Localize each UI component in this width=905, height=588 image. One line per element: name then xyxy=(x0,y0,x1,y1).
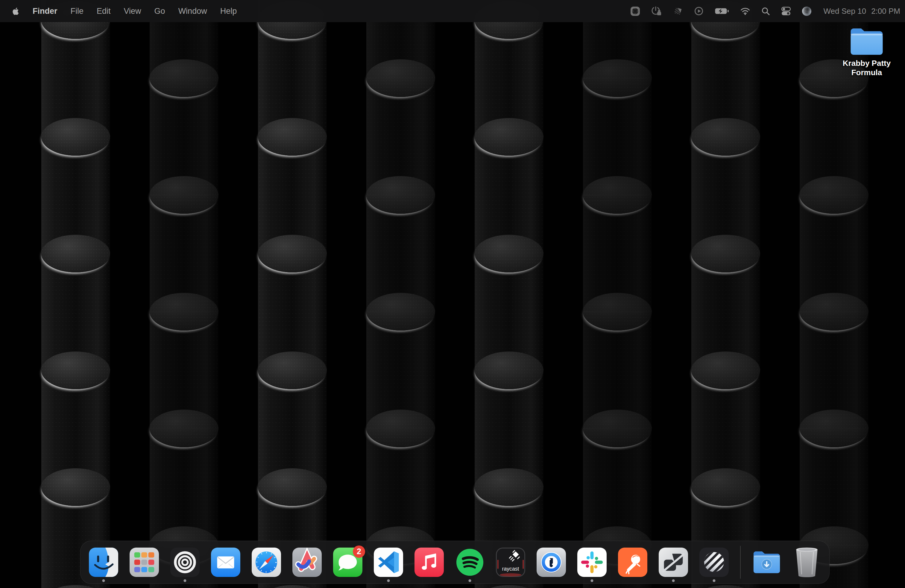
menu-app-name[interactable]: Finder xyxy=(33,6,57,16)
dock-linear-icon[interactable] xyxy=(699,548,729,577)
dock-music-icon[interactable] xyxy=(414,548,444,577)
dock-downloads-folder-icon[interactable] xyxy=(752,548,781,577)
dock-trash-icon[interactable] xyxy=(793,548,821,577)
striped-badge-status-icon[interactable] xyxy=(673,6,683,16)
desktop-screen: Finder File Edit View Go Window Help xyxy=(0,0,905,588)
desktop-folder-krabby-patty-formula[interactable]: Krabby Patty Formula xyxy=(840,27,894,77)
running-indicator xyxy=(672,579,675,582)
dock-finder-icon[interactable] xyxy=(89,548,118,577)
dock-spotify-icon[interactable] xyxy=(455,548,484,577)
menu-bar-left: Finder File Edit View Go Window Help xyxy=(12,6,237,16)
starburst-status-icon[interactable] xyxy=(630,6,640,16)
svg-text:raycast: raycast xyxy=(502,566,519,572)
desktop-wallpaper[interactable] xyxy=(0,0,905,588)
siri-icon[interactable] xyxy=(802,6,811,16)
menu-help[interactable]: Help xyxy=(220,6,237,16)
dock-separator xyxy=(740,546,741,579)
dock-safari-icon[interactable] xyxy=(252,548,281,577)
dock-arc-browser-icon[interactable] xyxy=(292,548,322,577)
dock-slack-icon[interactable] xyxy=(577,548,607,577)
wifi-status-icon[interactable] xyxy=(740,7,750,15)
menubar-clock[interactable]: Wed Sep 10 2:00 PM xyxy=(824,6,900,16)
dock: 2 xyxy=(80,541,830,584)
dock-launchpad-icon[interactable] xyxy=(130,548,159,577)
running-indicator xyxy=(468,579,472,582)
menubar-time: 2:00 PM xyxy=(871,6,900,16)
running-indicator xyxy=(387,579,390,582)
notification-badge: 2 xyxy=(353,545,365,558)
menu-window[interactable]: Window xyxy=(178,6,207,16)
screen-lock-status-icon[interactable] xyxy=(651,6,662,16)
menubar-date: Wed Sep 10 xyxy=(824,6,866,16)
battery-status-icon[interactable] xyxy=(714,8,729,15)
spotlight-search-icon[interactable] xyxy=(761,7,770,16)
running-indicator xyxy=(184,579,186,582)
folder-icon xyxy=(849,27,884,56)
dock-zed-icon[interactable] xyxy=(659,548,688,577)
menu-bar: Finder File Edit View Go Window Help xyxy=(0,0,905,22)
dock-concentric-circles-app-icon[interactable] xyxy=(170,548,200,577)
dock-messages-icon[interactable]: 2 xyxy=(333,548,362,577)
running-indicator xyxy=(102,579,105,582)
menu-go[interactable]: Go xyxy=(154,6,165,16)
menu-bar-status-area: Wed Sep 10 2:00 PM xyxy=(630,6,900,16)
menu-view[interactable]: View xyxy=(124,6,141,16)
running-indicator xyxy=(591,579,594,582)
dock-postman-icon[interactable] xyxy=(618,548,647,577)
folder-label: Krabby Patty Formula xyxy=(840,59,894,77)
dock-mail-icon[interactable] xyxy=(211,548,240,577)
dock-raycast-icon[interactable]: raycast xyxy=(496,548,525,577)
menu-file[interactable]: File xyxy=(71,6,84,16)
apple-menu-icon[interactable] xyxy=(12,7,19,16)
running-indicator xyxy=(713,579,716,582)
control-center-icon[interactable] xyxy=(781,6,791,16)
now-playing-status-icon[interactable] xyxy=(694,6,703,16)
dock-vscode-icon[interactable] xyxy=(374,548,403,577)
dock-1password-icon[interactable] xyxy=(537,548,566,577)
menu-edit[interactable]: Edit xyxy=(97,6,111,16)
